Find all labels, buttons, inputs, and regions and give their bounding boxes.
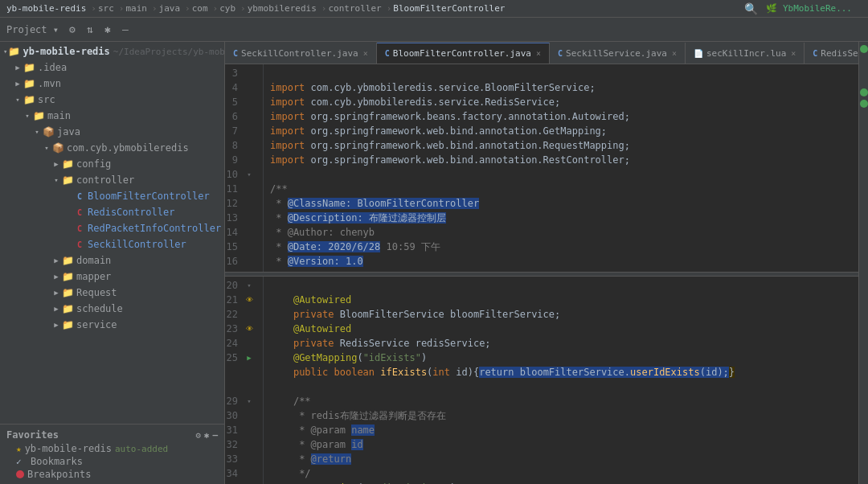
toolbar: Project ▾ ⚙ ⇅ ✱ —: [0, 18, 868, 42]
code-content-upper[interactable]: import com.cyb.ybmobileredis.service.Blo…: [264, 64, 858, 272]
tree-config[interactable]: ▶ 📁 config: [0, 156, 224, 172]
gutter-lower: 20▾ 21👁 22 23👁 24 25▶ 29▾ 30 31 32 33 34…: [225, 277, 264, 484]
tree-controller[interactable]: ▾ 📁 controller: [0, 172, 224, 188]
toolbar-icon-3[interactable]: ✱: [100, 23, 115, 37]
tree-mvn[interactable]: ▶ 📁 .mvn: [0, 76, 224, 92]
tab-seckill-service[interactable]: C SeckillService.java ×: [550, 43, 686, 64]
project-icon[interactable]: 🌿 YbMobileRe...: [766, 3, 852, 14]
right-panel: [858, 42, 868, 484]
tree-package[interactable]: ▾ 📦 com.cyb.ybmobileredis: [0, 140, 224, 156]
tree-bloom[interactable]: C BloomFilterController: [0, 188, 224, 204]
tree-request-label: Request: [76, 287, 117, 298]
favorites-title: Favorites: [6, 429, 59, 441]
tree-seckill-ctrl[interactable]: C SeckillController: [0, 236, 224, 252]
gutter-upper: 3 4 5 6 7 8 9 10▾ 11 12 13 14 15 16 17▶ …: [225, 64, 264, 272]
tree-redis-ctrl[interactable]: C RedisController: [0, 204, 224, 220]
tree-mvn-label: .mvn: [38, 78, 61, 89]
tree-redpacket-label: RedPacketInfoController: [88, 223, 221, 234]
bc-sep1: ›: [91, 3, 96, 14]
tree-redpacket[interactable]: C RedPacketInfoController: [0, 220, 224, 236]
fav-icon3[interactable]: —: [212, 430, 218, 441]
tree-schedule-label: schedule: [76, 303, 123, 314]
right-indicator2: [860, 88, 868, 96]
bc-main[interactable]: main: [125, 3, 147, 14]
editor: C SeckillController.java × C BloomFilter…: [225, 42, 858, 484]
tree-service[interactable]: ▶ 📁 service: [0, 317, 224, 333]
bc-com[interactable]: com: [192, 3, 208, 14]
bc-src[interactable]: src: [98, 3, 114, 14]
tree-src-label: src: [38, 94, 55, 105]
tree-idea[interactable]: ▶ 📁 .idea: [0, 59, 224, 76]
tab-bloom-label: BloomFilterController.java: [393, 48, 531, 59]
tree-main[interactable]: ▾ 📁 main: [0, 108, 224, 124]
tree-redis-ctrl-label: RedisController: [88, 207, 174, 218]
right-indicator3: [860, 100, 868, 108]
tree-package-label: com.cyb.ybmobileredis: [67, 142, 189, 154]
tree-config-label: config: [76, 158, 111, 170]
tree-root-label: yb-mobile-redis: [23, 46, 109, 57]
fav-icon2[interactable]: ✱: [204, 430, 210, 441]
tab-lua[interactable]: 📄 secKillIncr.lua ×: [686, 43, 805, 64]
tree-mapper-label: mapper: [76, 271, 111, 282]
code-editor-lower[interactable]: 20▾ 21👁 22 23👁 24 25▶ 29▾ 30 31 32 33 34…: [225, 277, 858, 484]
fav-item-breakpoints[interactable]: Breakpoints: [0, 468, 224, 481]
tree-bloom-label: BloomFilterController: [88, 191, 210, 202]
fav-item-project[interactable]: ★ yb-mobile-redis auto-added: [0, 442, 224, 455]
tree-root[interactable]: ▾ 📁 yb-mobile-redis ~/IdeaProjects/yb-mo…: [0, 43, 224, 59]
folder-icon: 📁: [7, 45, 20, 58]
toolbar-icon-1[interactable]: ⚙: [65, 23, 80, 37]
tree-java[interactable]: ▾ 📦 java: [0, 124, 224, 140]
bc-java[interactable]: java: [159, 3, 181, 14]
tree-src[interactable]: ▾ 📁 src: [0, 92, 224, 108]
code-content-lower[interactable]: @Autowired private BloomFilterService bl…: [264, 277, 858, 484]
fav-icon1[interactable]: ⚙: [195, 430, 201, 441]
tab-redis-service[interactable]: C RedisService.java ×: [805, 43, 858, 64]
tab-redis-label: RedisService.java: [821, 48, 858, 59]
fav-breakpoints-label: Breakpoints: [27, 469, 91, 480]
right-indicator: [860, 45, 868, 53]
tree-domain-label: domain: [76, 255, 111, 266]
tab-lua-label: secKillIncr.lua: [706, 48, 786, 59]
tree-java-label: java: [57, 126, 80, 137]
bc-project[interactable]: yb-mobile-redis: [6, 3, 86, 14]
bc-controller[interactable]: controller: [328, 3, 381, 14]
favorites-section: Favorites ⚙ ✱ — ★ yb-mobile-redis auto-a…: [0, 424, 224, 484]
tab-seckill-controller[interactable]: C SeckillController.java ×: [225, 43, 377, 64]
tree-idea-label: .idea: [38, 62, 67, 73]
file-tree: ▾ 📁 yb-mobile-redis ~/IdeaProjects/yb-mo…: [0, 42, 224, 424]
tree-schedule[interactable]: ▶ 📁 schedule: [0, 301, 224, 317]
bc-class[interactable]: BloomFilterController: [393, 3, 505, 14]
tab-seckill-label: SeckillController.java: [241, 48, 358, 59]
fav-item-bookmarks[interactable]: ✓ Bookmarks: [0, 455, 224, 468]
tree-domain[interactable]: ▶ 📁 domain: [0, 252, 224, 269]
bc-ybmobileredis[interactable]: ybmobileredis: [248, 3, 317, 14]
tab-bloom-controller[interactable]: C BloomFilterController.java ×: [377, 43, 550, 64]
tree-service-label: service: [76, 319, 117, 330]
sidebar: ▾ 📁 yb-mobile-redis ~/IdeaProjects/yb-mo…: [0, 42, 225, 484]
tree-controller-label: controller: [76, 174, 134, 186]
bc-cyb[interactable]: cyb: [219, 3, 235, 14]
tabs-bar: C SeckillController.java × C BloomFilter…: [225, 42, 858, 64]
fav-bookmarks-label: Bookmarks: [31, 456, 83, 467]
tab-service-label: SeckillService.java: [566, 48, 667, 59]
tree-main-label: main: [47, 110, 71, 121]
search-icon[interactable]: 🔍: [744, 2, 758, 15]
tree-request[interactable]: ▶ 📁 Request: [0, 285, 224, 301]
project-dropdown[interactable]: Project ▾: [6, 24, 59, 35]
toolbar-icon-2[interactable]: ⇅: [83, 23, 97, 37]
tree-root-path: ~/IdeaProjects/yb-mobile-re...: [113, 47, 224, 57]
breadcrumb-bar: yb-mobile-redis › src › main › java › co…: [0, 0, 868, 18]
tree-seckill-ctrl-label: SeckillController: [88, 239, 186, 250]
tree-mapper[interactable]: ▶ 📁 mapper: [0, 269, 224, 285]
fav-project-label: yb-mobile-redis: [25, 443, 112, 454]
code-editor-upper[interactable]: 3 4 5 6 7 8 9 10▾ 11 12 13 14 15 16 17▶ …: [225, 64, 858, 272]
toolbar-icon-4[interactable]: —: [118, 23, 133, 37]
fav-badge: auto-added: [115, 444, 168, 454]
